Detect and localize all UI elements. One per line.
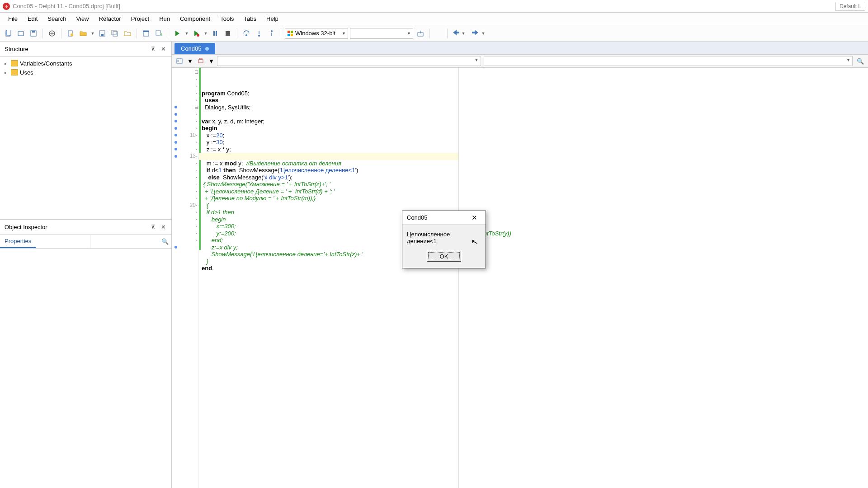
chevron-down-icon: ▼ <box>342 31 346 36</box>
step-out-icon[interactable] <box>266 28 277 39</box>
add-form-icon[interactable]: + <box>153 28 164 39</box>
pin-icon[interactable]: ⊼ <box>150 224 157 231</box>
menu-component[interactable]: Component <box>175 14 215 24</box>
menu-help[interactable]: Help <box>262 14 283 24</box>
search-icon[interactable]: 🔍 <box>161 238 169 245</box>
close-icon[interactable]: ✕ <box>467 213 481 223</box>
tree-item-variables[interactable]: ▸Variables/Constants <box>3 59 169 68</box>
chevron-down-icon: ▼ <box>846 58 850 62</box>
nav-back-icon[interactable] <box>175 56 184 66</box>
code-overflow[interactable]: + IntToStr(y)) <box>459 68 868 488</box>
nav-combo-2[interactable]: ▼ <box>484 56 853 66</box>
close-icon[interactable]: ✕ <box>160 224 167 231</box>
toolbar: ▼ + ▼ ▼ Windows 32-bit ▼ ▼ ▼ ▼ <box>0 25 868 42</box>
chevron-down-icon[interactable]: ▼ <box>481 31 486 36</box>
run-nodebug-icon[interactable] <box>191 28 202 39</box>
menu-tools[interactable]: Tools <box>216 14 238 24</box>
menu-refactor[interactable]: Refactor <box>94 14 126 24</box>
svg-point-21 <box>258 35 260 37</box>
run-icon[interactable] <box>172 28 183 39</box>
print-icon[interactable] <box>196 56 206 66</box>
code-body[interactable]: program Cond05; uses Dialogs, SysUtils;v… <box>199 68 459 488</box>
inspector-title: Object Inspector <box>5 224 47 230</box>
menu-run[interactable]: Run <box>155 14 175 24</box>
structure-panel-header: Structure ⊼ ✕ <box>0 42 171 57</box>
expand-icon[interactable]: ▸ <box>5 61 9 66</box>
svg-rect-10 <box>112 30 116 35</box>
open-icon[interactable] <box>15 28 26 39</box>
title-bar: ⟐ Cond05 - Delphi 11 - Cond05.dproj [Bui… <box>0 0 868 13</box>
chevron-down-icon[interactable]: ▼ <box>208 58 214 65</box>
svg-rect-11 <box>113 32 118 36</box>
file-tabs: Cond05 <box>172 42 868 54</box>
file-tab-label: Cond05 <box>181 45 202 52</box>
open-folder-icon[interactable] <box>78 28 89 39</box>
save-icon[interactable] <box>28 28 39 39</box>
stop-icon[interactable] <box>222 28 233 39</box>
nav-back[interactable]: ▼ <box>451 29 466 38</box>
file-tab-cond05[interactable]: Cond05 <box>175 43 215 54</box>
dialog-titlebar[interactable]: Cond05 ✕ <box>402 211 486 225</box>
svg-rect-9 <box>101 34 104 36</box>
arrow-left-icon <box>451 29 460 38</box>
dropdown-arrow-icon[interactable]: ▼ <box>90 31 95 36</box>
globe-icon[interactable] <box>47 28 57 39</box>
inspector-search[interactable]: 🔍 <box>90 235 171 248</box>
form-icon[interactable] <box>141 28 151 39</box>
save-file-icon[interactable] <box>97 28 108 39</box>
menu-view[interactable]: View <box>72 14 94 24</box>
new-items-icon[interactable] <box>3 28 14 39</box>
nav-forward[interactable]: ▼ <box>471 29 486 38</box>
tree-label: Variables/Constants <box>20 60 72 67</box>
tree-label: Uses <box>20 69 33 76</box>
step-into-icon[interactable] <box>254 28 264 39</box>
svg-rect-18 <box>216 31 217 36</box>
folder-icon <box>11 69 18 75</box>
chevron-down-icon[interactable]: ▼ <box>461 31 466 36</box>
svg-rect-17 <box>213 31 215 36</box>
svg-rect-29 <box>198 60 203 63</box>
deploy-icon[interactable] <box>415 28 426 39</box>
chevron-down-icon[interactable]: ▼ <box>187 58 193 65</box>
editor-toolbar: ▼ ▼ ▼ ▼ 🔍 <box>172 54 868 68</box>
folder-icon[interactable] <box>122 28 133 39</box>
svg-point-16 <box>197 34 199 37</box>
svg-point-22 <box>271 30 273 32</box>
gutter[interactable]: ⊟····⊟···10···13·······20······ <box>172 68 199 488</box>
menu-search[interactable]: Search <box>43 14 71 24</box>
close-icon[interactable]: ✕ <box>160 46 167 53</box>
platform-label: Windows 32-bit <box>295 30 335 37</box>
tab-properties[interactable]: Properties <box>0 235 36 248</box>
message-dialog: Cond05 ✕ Целочисленное деление<1 OK <box>402 211 486 268</box>
expand-icon[interactable]: ▸ <box>5 70 9 75</box>
pin-icon[interactable]: ⊼ <box>150 46 157 53</box>
svg-rect-1 <box>7 30 11 35</box>
search-icon[interactable]: 🔍 <box>855 56 865 66</box>
svg-rect-25 <box>288 33 290 36</box>
menu-project[interactable]: Project <box>127 14 154 24</box>
pause-icon[interactable] <box>210 28 221 39</box>
menu-file[interactable]: File <box>4 14 22 24</box>
platform-combo[interactable]: Windows 32-bit ▼ <box>285 28 348 39</box>
run-dropdown-icon[interactable]: ▼ <box>184 31 189 36</box>
menu-tabs[interactable]: Tabs <box>240 14 261 24</box>
ok-button[interactable]: OK <box>427 251 461 262</box>
layout-selector[interactable]: Default L <box>835 2 865 11</box>
svg-rect-4 <box>32 31 35 33</box>
menu-edit[interactable]: Edit <box>23 14 42 24</box>
structure-title: Structure <box>5 46 28 52</box>
tree-item-uses[interactable]: ▸Uses <box>3 68 169 77</box>
save-all-icon[interactable] <box>109 28 120 39</box>
inspector-search-input[interactable] <box>90 235 171 248</box>
svg-rect-30 <box>199 58 202 60</box>
code-editor[interactable]: ⊟····⊟···10···13·······20······ program … <box>172 68 868 488</box>
modified-dot-icon <box>205 47 209 51</box>
step-over-icon[interactable] <box>241 28 252 39</box>
new-file-icon[interactable] <box>65 28 76 39</box>
svg-rect-19 <box>226 31 230 36</box>
dialog-title: Cond05 <box>407 214 428 221</box>
run-nodebug-dropdown-icon[interactable]: ▼ <box>203 31 208 36</box>
config-combo[interactable]: ▼ <box>350 28 413 39</box>
structure-tree[interactable]: ▸Variables/Constants ▸Uses <box>0 57 171 220</box>
nav-combo-1[interactable]: ▼ <box>217 56 481 66</box>
